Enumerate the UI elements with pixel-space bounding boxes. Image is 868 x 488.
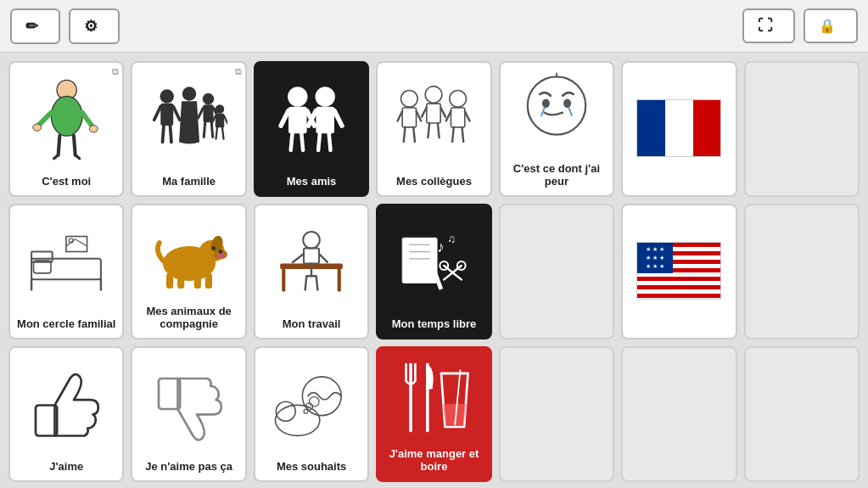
cell-image-animaux bbox=[136, 210, 241, 301]
cell-image-jaime-pas bbox=[136, 353, 241, 457]
cell-mes-amis[interactable]: Mes amis bbox=[254, 61, 369, 197]
cell-image-mes-amis bbox=[259, 68, 364, 171]
cell-image-cest-peur bbox=[504, 68, 609, 159]
cell-image-temps-libre: ♪ ♫ bbox=[381, 210, 486, 314]
svg-line-43 bbox=[398, 111, 403, 121]
svg-rect-42 bbox=[403, 108, 417, 127]
pencil-icon bbox=[25, 17, 38, 36]
empty-cell-18 bbox=[499, 346, 614, 482]
input-options-button[interactable] bbox=[69, 8, 120, 44]
svg-rect-24 bbox=[215, 114, 224, 128]
svg-line-12 bbox=[154, 106, 160, 120]
symbol-grid: ⧉ C'est moi⧉ Ma famil bbox=[0, 53, 868, 488]
svg-line-95 bbox=[316, 277, 318, 290]
cell-cercle-familial[interactable]: Mon cercle familial bbox=[8, 204, 124, 339]
svg-point-114 bbox=[310, 397, 319, 407]
svg-rect-18 bbox=[203, 104, 213, 122]
svg-point-5 bbox=[89, 126, 98, 132]
usa-flag bbox=[636, 242, 721, 300]
cell-cest-peur[interactable]: C'est ce dont j'ai peur bbox=[499, 61, 614, 197]
france-flag bbox=[636, 99, 721, 157]
editing-button[interactable] bbox=[10, 8, 60, 44]
fullscreen-button[interactable] bbox=[742, 8, 795, 43]
svg-line-56 bbox=[465, 111, 470, 121]
svg-line-34 bbox=[301, 133, 303, 150]
cell-label-cest-peur: C'est ce dont j'ai peur bbox=[504, 162, 609, 188]
svg-point-35 bbox=[316, 87, 335, 107]
svg-rect-83 bbox=[193, 274, 200, 288]
svg-line-55 bbox=[446, 111, 451, 121]
svg-point-59 bbox=[528, 76, 585, 134]
svg-rect-84 bbox=[204, 272, 211, 288]
svg-line-38 bbox=[334, 110, 342, 126]
svg-line-31 bbox=[281, 110, 288, 126]
flag-canton bbox=[637, 243, 673, 273]
svg-rect-89 bbox=[304, 249, 319, 264]
svg-point-53 bbox=[450, 91, 467, 108]
svg-line-94 bbox=[305, 277, 307, 290]
svg-point-17 bbox=[202, 93, 214, 105]
svg-point-41 bbox=[401, 91, 418, 108]
svg-line-39 bbox=[318, 133, 320, 150]
cell-label-c-moi: C'est moi bbox=[42, 175, 91, 188]
cell-label-cercle-familial: Mon cercle familial bbox=[17, 317, 115, 331]
svg-point-23 bbox=[215, 104, 224, 114]
cell-temps-libre[interactable]: ♪ ♫ Mon temps libre bbox=[376, 204, 491, 339]
svg-text:♫: ♫ bbox=[448, 233, 456, 245]
cell-travail[interactable]: Mon travail bbox=[254, 204, 369, 339]
svg-line-28 bbox=[222, 127, 224, 139]
svg-line-7 bbox=[74, 136, 76, 154]
svg-text:♪: ♪ bbox=[438, 238, 445, 255]
cell-image-souhaits bbox=[259, 353, 364, 457]
svg-rect-54 bbox=[451, 108, 465, 127]
toolbar-right bbox=[742, 8, 858, 43]
cell-c-moi[interactable]: ⧉ C'est moi bbox=[8, 61, 124, 197]
svg-point-80 bbox=[211, 246, 216, 250]
corner-indicator-icon: ⧉ bbox=[235, 66, 242, 77]
svg-rect-36 bbox=[316, 107, 334, 134]
cell-image-flag-fr bbox=[626, 68, 731, 188]
svg-line-6 bbox=[58, 136, 59, 154]
svg-point-88 bbox=[303, 232, 320, 249]
cell-manger-boire[interactable]: J'aime manger et boire bbox=[376, 346, 491, 482]
cell-label-manger-boire: J'aime manger et boire bbox=[381, 447, 486, 474]
cell-image-manger-boire bbox=[381, 353, 486, 444]
svg-line-52 bbox=[438, 123, 440, 137]
cell-jaime-pas[interactable]: Je n'aime pas ça bbox=[131, 346, 246, 482]
cell-flag-us[interactable] bbox=[621, 204, 736, 339]
svg-line-21 bbox=[204, 122, 205, 137]
cell-label-souhaits: Mes souhaits bbox=[277, 460, 346, 474]
toolbar bbox=[0, 0, 868, 53]
cell-label-temps-libre: Mon temps libre bbox=[392, 317, 477, 331]
svg-line-13 bbox=[173, 106, 180, 120]
svg-line-27 bbox=[216, 127, 217, 139]
empty-cell-11 bbox=[499, 204, 614, 339]
empty-cell-6 bbox=[744, 61, 860, 197]
flag-white-band bbox=[665, 100, 693, 156]
cell-ma-famille[interactable]: ⧉ Ma famille bbox=[131, 61, 246, 197]
cell-flag-fr[interactable] bbox=[621, 61, 736, 197]
flag-blue-band bbox=[637, 100, 665, 156]
cell-souhaits[interactable]: Mes souhaits bbox=[254, 346, 369, 482]
lock-icon bbox=[819, 18, 836, 34]
cell-label-mes-collegues: Mes collègues bbox=[396, 175, 472, 188]
lock-button[interactable] bbox=[804, 8, 858, 43]
cell-image-travail bbox=[259, 210, 364, 314]
svg-rect-81 bbox=[166, 272, 173, 288]
svg-line-26 bbox=[224, 116, 227, 125]
cell-jaime[interactable]: J'aime bbox=[8, 346, 124, 482]
flag-red-band bbox=[693, 100, 721, 156]
svg-point-16 bbox=[182, 87, 196, 101]
cell-image-mes-collegues bbox=[381, 68, 486, 171]
cell-label-mes-amis: Mes amis bbox=[287, 175, 337, 188]
svg-line-57 bbox=[453, 127, 455, 142]
toolbar-left bbox=[10, 8, 120, 44]
cell-image-flag-us bbox=[626, 210, 731, 331]
gear-icon bbox=[84, 17, 98, 36]
svg-line-40 bbox=[329, 133, 331, 150]
cell-label-animaux: Mes animaux de compagnie bbox=[136, 305, 241, 331]
empty-cell-13 bbox=[744, 204, 860, 339]
cell-animaux[interactable]: Mes animaux de compagnie bbox=[131, 204, 246, 339]
svg-line-58 bbox=[462, 127, 464, 142]
cell-mes-collegues[interactable]: Mes collègues bbox=[376, 61, 491, 197]
